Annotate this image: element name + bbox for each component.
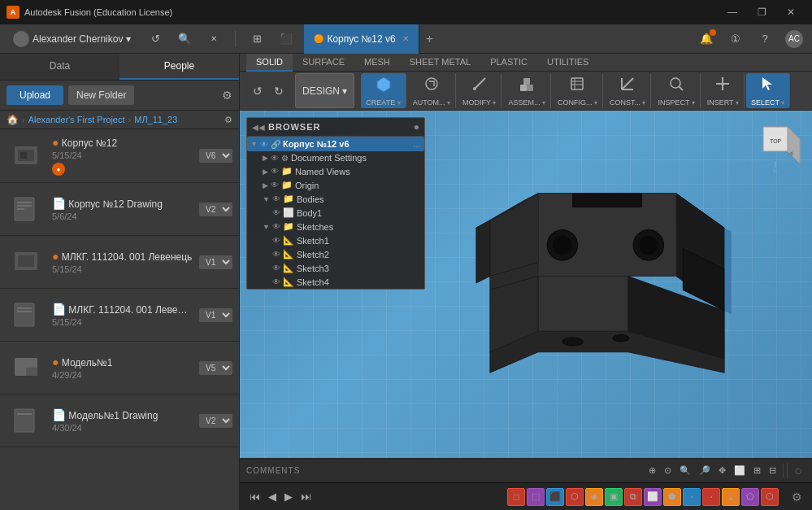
toolbar-tab-surface[interactable]: SURFACE — [293, 54, 354, 72]
home-nav-button[interactable]: ⊕ — [645, 464, 659, 477]
breadcrumb-folder[interactable]: МЛ_11_23 — [134, 115, 177, 124]
window-button[interactable]: ⬛ — [275, 28, 297, 50]
people-tab[interactable]: People — [119, 54, 239, 80]
browser-item-sketch2[interactable]: 👁 📐 Sketch2 — [247, 247, 424, 261]
construct-group[interactable]: CONST... ▾ — [605, 73, 652, 108]
timeline-icon-11[interactable]: ⬝ — [702, 488, 720, 506]
timeline-icon-10[interactable]: ⬞ — [683, 488, 701, 506]
user-menu-button[interactable]: Alexander Chernikov ▾ — [7, 28, 137, 50]
version-select[interactable]: V5V4 — [199, 361, 232, 375]
browser-item-namedviews[interactable]: ▶ 👁 📁 Named Views — [247, 164, 424, 178]
timeline-settings-button[interactable]: ⚙ — [788, 489, 805, 505]
browser-item-sketch3[interactable]: 👁 📐 Sketch3 — [247, 261, 424, 275]
close-tab-button[interactable]: ✕ — [202, 28, 225, 50]
toolbar-tab-utilities[interactable]: UTILITIES — [537, 54, 598, 72]
play-button[interactable]: ▶ — [281, 489, 296, 504]
settings-button[interactable]: ○ — [791, 462, 805, 480]
version-select[interactable]: V2V1 — [199, 203, 232, 216]
browser-item-sketches[interactable]: ▼ 👁 📁 Sketches — [247, 220, 424, 233]
timeline-icon-7[interactable]: ⧉ — [624, 488, 642, 506]
window-controls[interactable]: — ❐ ✕ — [718, 0, 805, 24]
refresh-button[interactable]: ↺ — [144, 28, 167, 50]
eye-icon[interactable]: 👁 — [272, 264, 280, 272]
grid-button[interactable]: ⊞ — [245, 28, 268, 50]
zoom-fit-button[interactable]: 🔎 — [696, 464, 714, 477]
browser-item-sketch4[interactable]: 👁 📐 Sketch4 — [247, 275, 424, 289]
breadcrumb-settings-icon[interactable]: ⚙ — [224, 115, 232, 125]
toolbar-tab-sheetmetal[interactable]: SHEET METAL — [400, 54, 480, 72]
timeline-icon-2[interactable]: ⬚ — [527, 488, 545, 506]
list-item[interactable]: ● МЛКГ. 111204. 001 Левенець 5/15/24 V1 — [0, 236, 239, 289]
help-button[interactable]: ? — [753, 28, 776, 50]
timeline-icon-4[interactable]: ⬡ — [566, 488, 584, 506]
browser-item-origin[interactable]: ▶ 👁 📁 Origin — [247, 178, 424, 192]
browser-expand-icon[interactable]: ◀◀ — [252, 123, 265, 132]
panel-settings-button[interactable]: ⚙ — [222, 89, 232, 102]
cad-viewport[interactable]: ◀◀ BROWSER ● ▼ 👁 🔗 Корпус №12 v6 … ▶ 👁 — [240, 111, 812, 458]
timeline-icon-3[interactable]: ⬛ — [546, 488, 564, 506]
maximize-button[interactable]: ❐ — [747, 0, 776, 24]
assemble-group[interactable]: ASSEM... ▾ — [503, 73, 551, 108]
upload-button[interactable]: Upload — [7, 85, 63, 105]
browser-item-docsettings[interactable]: ▶ 👁 ⚙ Document Settings — [247, 151, 424, 164]
more-icon[interactable]: … — [413, 140, 421, 149]
file-version[interactable]: V1 — [199, 308, 232, 322]
timeline-icon-13[interactable]: ⬠ — [741, 488, 759, 506]
browser-toggle-icon[interactable]: ● — [414, 121, 419, 133]
tab-close-icon[interactable]: ✕ — [402, 34, 409, 43]
pan-button[interactable]: ✥ — [715, 464, 729, 477]
new-tab-button[interactable]: + — [419, 24, 440, 54]
eye-icon[interactable]: 👁 — [272, 277, 280, 286]
skip-end-button[interactable]: ⏭ — [297, 489, 315, 504]
skip-start-button[interactable]: ⏮ — [246, 489, 263, 504]
notification-button[interactable]: 🔔 — [695, 28, 718, 50]
home-icon[interactable]: 🏠 — [7, 114, 19, 125]
list-item[interactable]: 📄 Корпус №12 Drawing 5/6/24 V2V1 — [0, 183, 239, 236]
timeline-icon-8[interactable]: ⬜ — [644, 488, 662, 506]
eye-icon[interactable]: 👁 — [272, 222, 280, 231]
prev-button[interactable]: ◀ — [265, 489, 280, 504]
browser-item-body1[interactable]: 👁 ⬜ Body1 — [247, 206, 424, 220]
timeline-icon-6[interactable]: ▣ — [605, 488, 623, 506]
eye-icon[interactable]: 👁 — [271, 181, 279, 190]
user-profile-button[interactable]: AC — [783, 28, 805, 50]
version-select[interactable]: V2V1 — [199, 414, 232, 428]
3d-model-area[interactable] — [435, 127, 779, 425]
minimize-button[interactable]: — — [718, 0, 747, 24]
browser-item-sketch1[interactable]: 👁 📐 Sketch1 — [247, 233, 424, 247]
toolbar-tab-plastic[interactable]: PLASTIC — [480, 54, 537, 72]
zoom-button[interactable]: 🔍 — [676, 464, 694, 477]
insert-group[interactable]: INSERT ▾ — [702, 73, 745, 108]
timeline-icon-1[interactable]: □ — [507, 488, 525, 506]
view-cube[interactable]: TOP R N — [747, 119, 804, 176]
view-settings-button[interactable]: ⊟ — [766, 464, 779, 477]
new-folder-button[interactable]: New Folder — [68, 85, 134, 105]
timeline-icon-9[interactable]: ⬟ — [663, 488, 681, 506]
file-version[interactable]: V5V4 — [199, 361, 232, 375]
eye-icon[interactable]: 👁 — [272, 194, 280, 203]
orbit-button[interactable]: ⊙ — [661, 464, 675, 477]
inspect-group[interactable]: INSPECT ▾ — [653, 73, 700, 108]
modify-group[interactable]: MODIFY ▾ — [458, 73, 502, 108]
grid-toggle-button[interactable]: ⊞ — [750, 464, 764, 477]
search-button[interactable]: 🔍 — [173, 28, 196, 50]
browser-item-bodies[interactable]: ▼ 👁 📁 Bodies — [247, 192, 424, 206]
file-version[interactable]: V1 — [199, 255, 232, 269]
undo-button[interactable]: ↺ — [248, 81, 267, 101]
eye-icon[interactable]: 👁 — [260, 140, 268, 149]
design-dropdown-button[interactable]: DESIGN ▾ — [295, 73, 354, 108]
eye-icon[interactable]: 👁 — [272, 250, 280, 259]
eye-icon[interactable]: 👁 — [272, 236, 280, 245]
timeline-icon-12[interactable]: ⟁ — [722, 488, 740, 506]
list-item[interactable]: ● Корпус №12 5/15/24 ● V6V5V4 — [0, 129, 239, 183]
toolbar-tab-mesh[interactable]: MESH — [354, 54, 400, 72]
create-group[interactable]: CREATE ▾ — [361, 73, 406, 108]
active-tab[interactable]: 🟠 Корпус №12 v6 ✕ — [304, 24, 419, 54]
breadcrumb-project[interactable]: Alexander's First Project — [28, 115, 125, 124]
timeline-icon-14[interactable]: ⬡ — [761, 488, 779, 506]
eye-icon[interactable]: 👁 — [271, 154, 279, 163]
select-group[interactable]: SELECT ▾ — [746, 73, 790, 108]
account-button[interactable]: ① — [724, 28, 747, 50]
list-item[interactable]: 📄 Модель№1 Drawing 4/30/24 V2V1 — [0, 394, 239, 447]
timeline-icon-5[interactable]: ◈ — [585, 488, 603, 506]
